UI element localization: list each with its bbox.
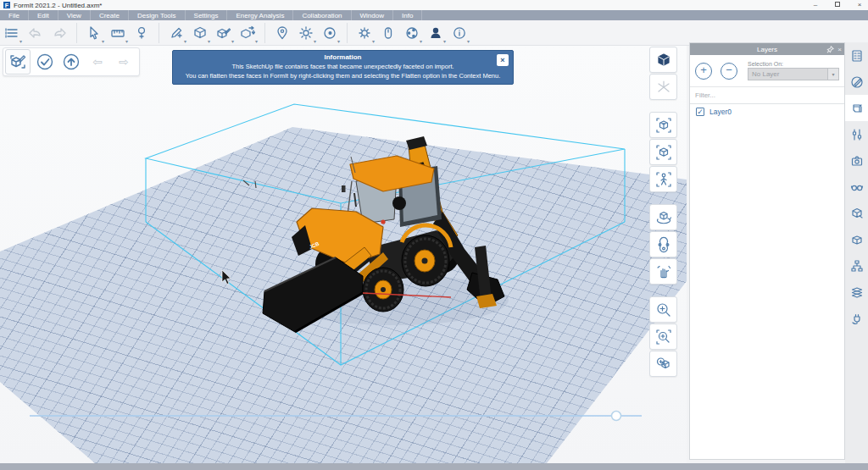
menu-design-tools[interactable]: Design Tools: [129, 10, 186, 20]
layer-visibility-checkbox[interactable]: ✓: [696, 108, 704, 116]
menu-collaboration[interactable]: Collaboration: [293, 10, 351, 20]
finish-editing-button[interactable]: [33, 50, 57, 74]
menu-info[interactable]: Info: [393, 10, 422, 20]
menu-file[interactable]: File: [0, 10, 29, 20]
slider-knob[interactable]: [612, 412, 621, 421]
edit-geometry-button[interactable]: ▾: [213, 22, 235, 44]
up-one-level-button[interactable]: [59, 50, 83, 74]
history-back-button[interactable]: ⇦: [86, 50, 109, 74]
rear-left-wheel: [402, 235, 449, 286]
mouse-controls-button[interactable]: [377, 22, 399, 44]
environment-button[interactable]: ▾: [319, 22, 341, 44]
primitives-button[interactable]: ▾: [189, 22, 211, 44]
history-forward-button[interactable]: ⇨: [112, 50, 136, 74]
sun-shadows-button[interactable]: ▾: [295, 22, 317, 44]
add-layer-button[interactable]: +: [695, 63, 712, 80]
location-pin-icon: [275, 25, 290, 41]
plumb-bob-icon: [134, 25, 149, 41]
redo-button[interactable]: [48, 22, 70, 44]
viewport-slider[interactable]: [30, 412, 642, 421]
select-tool-button[interactable]: ▾: [83, 22, 105, 44]
tab-groups[interactable]: [845, 200, 868, 226]
menu-create[interactable]: Create: [91, 10, 129, 20]
transform-button[interactable]: ▾: [236, 22, 259, 44]
selection-bounding-box: [146, 104, 625, 365]
tab-content-library[interactable]: [845, 226, 868, 252]
tab-hierarchy[interactable]: [845, 252, 868, 279]
settings-button[interactable]: ▾: [353, 22, 376, 44]
selection-dropdown[interactable]: No Layer ▾: [748, 68, 839, 80]
look-around-button[interactable]: [649, 231, 677, 257]
tab-materials[interactable]: [845, 69, 868, 95]
dropdown-caret: ▾: [467, 39, 470, 44]
cube-pencil-icon: [216, 25, 231, 41]
tab-adjustments[interactable]: [845, 121, 868, 147]
zoom-fit-button[interactable]: [649, 351, 677, 377]
set-elevation-button[interactable]: [131, 22, 153, 44]
layer-filter-row: [690, 87, 844, 104]
layer-row[interactable]: ✓ Layer0: [690, 104, 844, 119]
layers-panel: Layers × + − Selection On: No Layer ▾ ✓ …: [689, 42, 845, 460]
zoom-in-button[interactable]: [649, 296, 677, 323]
banner-line-2: You can flatten these faces in FormIt by…: [173, 72, 513, 80]
location-button[interactable]: [271, 22, 293, 44]
remove-layer-button[interactable]: −: [721, 63, 737, 80]
restore-button[interactable]: [832, 1, 843, 9]
banner-close-button[interactable]: ×: [497, 54, 509, 66]
tab-levels[interactable]: [845, 279, 868, 305]
axes-button[interactable]: [649, 74, 677, 100]
layer-filter-input[interactable]: [695, 91, 839, 99]
dropdown-caret: ▾: [314, 39, 316, 44]
cube-frame-icon: [655, 144, 672, 161]
dropdown-caret: ▾: [443, 39, 446, 44]
3d-viewport[interactable]: JCB: [0, 46, 687, 463]
window-title: FormIt 2021.2 - Untitled.axm*: [14, 2, 102, 9]
layer-name[interactable]: Layer0: [709, 108, 732, 116]
walkthrough-button[interactable]: [649, 166, 677, 192]
zoom-window-button[interactable]: [649, 323, 677, 350]
tab-scenes[interactable]: [845, 147, 868, 174]
view-cube-button[interactable]: [649, 47, 677, 73]
exhaust-pipe: [354, 193, 356, 207]
menu-view[interactable]: View: [58, 10, 91, 20]
account-button[interactable]: ▾: [425, 22, 447, 44]
menu-energy-analysis[interactable]: Energy Analysis: [227, 10, 293, 20]
layers-panel-title: Layers: [757, 46, 777, 53]
minimize-button[interactable]: –: [810, 1, 821, 9]
orbit-button[interactable]: [649, 204, 677, 230]
layers-panel-header[interactable]: Layers ×: [690, 43, 844, 55]
cube-icon: [192, 25, 208, 41]
info-button[interactable]: ▾: [448, 22, 470, 44]
dropdown-caret: ▾: [208, 39, 210, 44]
selection-on-label: Selection On:: [748, 61, 839, 67]
cursor-icon: [86, 25, 102, 41]
frame-object-button[interactable]: [649, 139, 677, 165]
tab-visual-styles[interactable]: [845, 174, 868, 200]
tab-layers[interactable]: [845, 95, 868, 121]
close-button[interactable]: ×: [854, 1, 865, 9]
beacon-light: [381, 219, 385, 224]
selection-value: No Layer: [752, 70, 779, 78]
seat: [392, 196, 406, 210]
zoom-selection-button[interactable]: [649, 112, 677, 138]
back-arrow-icon: ⇦: [92, 55, 103, 69]
undo-button[interactable]: [25, 22, 47, 44]
share-button[interactable]: ▾: [401, 22, 423, 44]
undo-icon: [28, 25, 43, 41]
edit-group-button[interactable]: [5, 49, 31, 75]
dimension-tool-button[interactable]: ▾: [107, 22, 129, 44]
tab-properties[interactable]: [845, 42, 868, 69]
pan-button[interactable]: [649, 258, 677, 285]
zoom-in-icon: [655, 301, 672, 318]
information-banner: Information This SketchUp file contains …: [172, 50, 514, 85]
pin-icon[interactable]: [826, 46, 834, 53]
panel-close-icon[interactable]: ×: [837, 46, 842, 53]
menu-edit[interactable]: Edit: [29, 10, 58, 20]
layers-controls: + − Selection On: No Layer ▾: [690, 55, 844, 87]
tab-plugins[interactable]: [845, 305, 868, 331]
draw-tool-button[interactable]: ▾: [165, 22, 187, 44]
menu-window[interactable]: Window: [352, 10, 393, 20]
user-icon: [428, 25, 443, 41]
main-menu-button[interactable]: ▾: [1, 22, 23, 44]
menu-settings[interactable]: Settings: [186, 10, 228, 20]
